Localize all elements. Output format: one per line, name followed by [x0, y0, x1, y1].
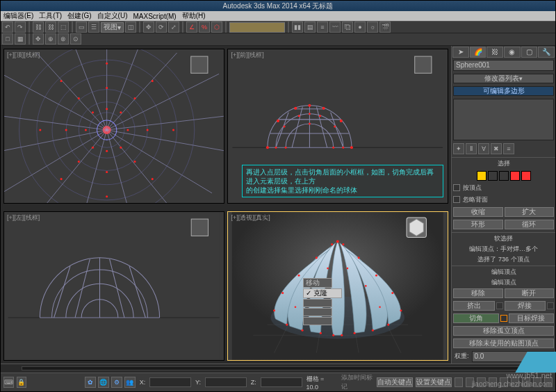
time-slider[interactable] [1, 364, 555, 373]
selection-filter-dropdown[interactable]: 视图 ▾ [101, 22, 124, 33]
people-icon[interactable]: 👥 [124, 377, 136, 388]
window-crossing-button[interactable]: ◫ [125, 22, 136, 33]
axis-x-button[interactable]: ⊕ [45, 33, 56, 44]
softsel-rollout-header[interactable]: 软选择 [452, 232, 555, 245]
transform-center-button[interactable]: ✥ [33, 33, 44, 44]
viewport-front[interactable]: [+][前][线框] 再进入点层级，点击切角后面的小框框，如图，切角完成后再进入… [227, 49, 448, 204]
editvert-rollout-header[interactable]: 编辑顶点 [452, 266, 555, 278]
time-track[interactable] [22, 366, 534, 370]
extrude-settings[interactable] [496, 302, 503, 309]
quad-move[interactable]: 移动 [303, 278, 332, 288]
gear-icon[interactable]: ⚙ [111, 377, 122, 388]
modifier-list-dropdown[interactable]: 修改器列表 ▾ [453, 74, 554, 83]
subobj-vertex[interactable] [477, 171, 486, 181]
chamfer-settings[interactable] [500, 315, 507, 322]
display-tab[interactable]: ▢ [521, 47, 538, 58]
viewport-left[interactable]: [+][左][线框] [3, 211, 224, 361]
select-name-button[interactable]: ☰ [88, 22, 99, 33]
goto-start-button[interactable] [455, 377, 463, 387]
motion-tab[interactable]: ◉ [504, 47, 521, 58]
axis-y-button[interactable]: ⊗ [58, 33, 69, 44]
maxscript-mini-button[interactable]: ⌨ [3, 377, 14, 388]
shrink-button[interactable]: 收缩 [453, 207, 503, 217]
snap-percent-button[interactable]: % [199, 22, 210, 33]
mirror-button[interactable]: ▮▮ [292, 22, 303, 33]
target-weld-button[interactable]: 目标焊接 [509, 313, 555, 323]
extrude-button[interactable]: 挤出 [453, 301, 495, 311]
menu-customize[interactable]: 自定义(U) [97, 11, 128, 21]
bind-button[interactable]: ⬚ [58, 22, 69, 33]
scale-button[interactable]: ⤢ [168, 22, 179, 33]
autokey-button[interactable]: 自动关键点 [377, 377, 413, 387]
selection-rollout-header[interactable]: 选择 [452, 157, 555, 170]
viewport-top-label[interactable]: [+][顶][线框] [7, 51, 40, 60]
by-vertex-check[interactable] [453, 184, 460, 191]
snap-angle-button[interactable]: ∠ [186, 22, 197, 33]
remove-button[interactable]: 移除 [453, 288, 503, 298]
sel-lock-button[interactable]: ▦ [15, 33, 26, 44]
layers-button[interactable]: ≡ [317, 22, 328, 33]
subobj-polygon[interactable] [510, 171, 520, 181]
align-button[interactable]: ▤ [304, 22, 316, 33]
quad-item-3[interactable] [303, 299, 332, 307]
utilities-tab[interactable]: 🔧 [538, 47, 555, 58]
hierarchy-tab[interactable]: ⛓ [486, 47, 503, 58]
paw-icon[interactable]: ✿ [85, 377, 96, 388]
subobj-element[interactable] [521, 171, 531, 181]
weld-settings[interactable] [547, 302, 554, 309]
menu-maxscript[interactable]: MAXScript(M) [133, 13, 176, 20]
viewport-persp-label[interactable]: [+][透视][真实] [231, 213, 270, 222]
modifier-editable-poly[interactable]: 可编辑多边形 [453, 86, 554, 96]
make-unique-button[interactable]: ∀ [478, 143, 489, 154]
axis-z-button[interactable]: ⊙ [70, 33, 81, 44]
subobj-border[interactable] [499, 171, 509, 181]
subobj-edge[interactable] [488, 171, 498, 181]
create-tab[interactable]: ➤ [452, 47, 469, 58]
snap-spinner-button[interactable]: ⬡ [211, 22, 222, 33]
quad-menu[interactable]: 移动 ✓ 克隆 [303, 278, 342, 325]
named-selection-set[interactable] [229, 22, 285, 33]
setkey-button[interactable]: 设置关键点 [416, 377, 452, 387]
menu-edit[interactable]: 编辑器(E) [3, 11, 33, 21]
move-button[interactable]: ✥ [143, 22, 154, 33]
configure-button[interactable]: ≡ [503, 143, 514, 154]
coord-y[interactable] [205, 377, 247, 387]
redo-button[interactable]: ↷ [15, 22, 26, 33]
remove-unused-button[interactable]: 移除未使用的贴图顶点 [453, 338, 554, 348]
viewport-front-label[interactable]: [+][前][线框] [231, 51, 263, 60]
link-button[interactable]: ⛓ [33, 22, 44, 33]
break-button[interactable]: 断开 [505, 288, 555, 298]
modifier-stack[interactable] [453, 99, 554, 140]
viewport-top[interactable]: [+][顶][线框] [3, 49, 224, 204]
quad-item-4[interactable] [303, 308, 332, 316]
pin-stack-button[interactable]: ✦ [453, 143, 464, 154]
grow-button[interactable]: 扩大 [505, 207, 555, 217]
menu-create[interactable]: 创建(G) [67, 11, 91, 21]
select-button[interactable]: ▭ [76, 22, 87, 33]
viewport-perspective[interactable]: [+][透视][真实] [227, 211, 448, 361]
viewport-left-label[interactable]: [+][左][线框] [7, 213, 40, 222]
earth-icon[interactable]: 🌐 [98, 377, 109, 388]
schematic-button[interactable]: ⿻ [342, 22, 353, 33]
unlink-button[interactable]: ⛓ [45, 22, 56, 33]
show-end-button[interactable]: Ⅱ [466, 143, 477, 154]
material-editor-button[interactable]: ● [354, 22, 366, 33]
rotate-button[interactable]: ⟳ [156, 22, 167, 33]
add-time-tag[interactable]: 添加时间标记 [340, 373, 374, 391]
loop-button[interactable]: 循环 [505, 220, 555, 229]
chamfer-button[interactable]: 切角 [453, 313, 499, 323]
ignore-backface-check[interactable] [453, 196, 460, 203]
render-button[interactable]: 🎬 [379, 22, 391, 33]
render-setup-button[interactable]: ☼ [367, 22, 378, 33]
menu-tools[interactable]: 工具(T) [39, 11, 62, 21]
quad-item-5[interactable] [303, 317, 332, 325]
lock-selection-button[interactable]: 🔒 [17, 377, 26, 388]
coord-x[interactable] [149, 377, 191, 387]
remove-iso-button[interactable]: 移除孤立顶点 [453, 326, 554, 336]
ring-button[interactable]: 环形 [453, 220, 503, 229]
menu-help[interactable]: 帮助(H) [182, 11, 206, 21]
curve-editor-button[interactable]: 〰 [329, 22, 341, 33]
coord-z[interactable] [261, 377, 302, 387]
object-name-field[interactable]: Sphere001 [453, 60, 554, 71]
modify-tab[interactable]: 🌈 [470, 47, 486, 58]
